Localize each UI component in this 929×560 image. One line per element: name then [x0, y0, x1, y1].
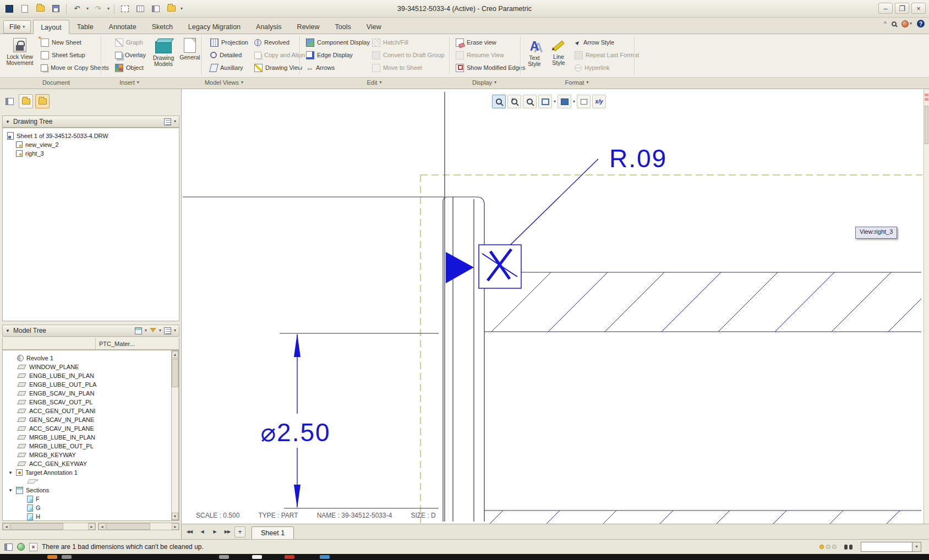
first-sheet-button[interactable]: ◀◀	[184, 526, 195, 537]
previous-sheet-button[interactable]: ◀	[196, 526, 207, 537]
tree-columns-button[interactable]	[2, 94, 17, 108]
group-label-edit[interactable]: Edit▾	[367, 79, 382, 86]
datum-display-button[interactable]: x/y	[592, 95, 606, 108]
model-tree-item[interactable]: ACC_GEN_KEYWAY	[17, 459, 87, 468]
close-button[interactable]: ×	[911, 3, 926, 14]
model-tree-item-annotation-child[interactable]	[27, 477, 36, 486]
model-tree-item-section-h[interactable]: H	[27, 512, 40, 521]
undo-button[interactable]: ↶	[71, 3, 83, 15]
model-tree-item[interactable]: Revolve 1	[17, 354, 53, 363]
auxiliary-view-button[interactable]: Auxiliary	[208, 62, 245, 74]
saved-views-button[interactable]	[577, 95, 591, 108]
model-tree-item-section-f[interactable]: F	[27, 495, 40, 503]
model-tree-column-header[interactable]: PTC_Mater...	[2, 338, 179, 350]
radius-dimension-text[interactable]: R.09	[609, 144, 667, 173]
refit-dropdown[interactable]: ▾	[554, 100, 556, 104]
scroll-up-button[interactable]: ▲	[172, 351, 178, 358]
collapse-ribbon-button[interactable]: ^	[884, 20, 887, 27]
lock-view-movement-button[interactable]: Lock View Movement	[3, 36, 36, 75]
scroll-thumb[interactable]	[172, 359, 178, 387]
erase-view-button[interactable]: Erase view	[453, 36, 499, 48]
model-tree-item-sections[interactable]: ▼Sections	[8, 486, 49, 495]
tab-analysis[interactable]: Analysis	[248, 19, 289, 34]
qat-customize-dropdown[interactable]: ▾	[181, 7, 183, 11]
sheet-setup-button[interactable]: Sheet Setup	[39, 49, 88, 61]
help-button[interactable]: ?	[917, 20, 925, 28]
model-tree-item-target-annotation[interactable]: ▼Target Annotation 1	[8, 468, 78, 477]
tab-tools[interactable]: Tools	[327, 19, 359, 34]
taskbar-app[interactable]	[47, 555, 57, 559]
model-tree-item[interactable]: ENGB_LUBE_OUT_PLA	[17, 380, 96, 389]
folder-browser-button[interactable]	[19, 94, 33, 108]
collapse-icon[interactable]: ▼	[8, 470, 13, 475]
group-label-format[interactable]: Format▾	[565, 79, 589, 86]
drawing-tree-item-sheet1[interactable]: Sheet 1 of 39-34512-5033-4.DRW	[7, 131, 108, 140]
drawing-tree-settings-chevron[interactable]: ▾	[174, 119, 176, 124]
drawing-canvas[interactable]: R.09 ⌀2.50 + −	[182, 89, 929, 524]
open-file-button[interactable]	[34, 3, 46, 15]
redo-button[interactable]: ↷	[92, 3, 104, 15]
favorites-button[interactable]	[35, 94, 50, 108]
diameter-dimension[interactable]: ⌀2.50	[260, 333, 330, 508]
taskbar-app[interactable]	[62, 555, 72, 559]
model-tree-item[interactable]: WINDOW_PLANE	[17, 363, 79, 371]
group-label-model-views[interactable]: Model Views▾	[205, 79, 243, 86]
new-file-button[interactable]	[19, 3, 31, 15]
drawing-tree-item-new-view-2[interactable]: new_view_2	[16, 140, 59, 149]
select-region-button[interactable]	[119, 3, 131, 15]
arrow-style-button[interactable]: ►Arrow Style	[572, 36, 616, 48]
scroll-right-button[interactable]: ►	[88, 523, 95, 530]
object-button[interactable]: Object	[113, 62, 146, 74]
model-tree-item[interactable]: ACC_GEN_OUT_PLANI	[17, 407, 95, 415]
projection-view-button[interactable]: Projection	[208, 36, 250, 48]
drawing-tree-settings-icon[interactable]	[164, 118, 171, 125]
model-tree-filter-chevron[interactable]: ▾	[159, 328, 161, 333]
move-copy-sheets-button[interactable]: Move or Copy Sheets	[39, 62, 111, 74]
add-sheet-button[interactable]: +	[234, 526, 245, 537]
model-tree-show-icon[interactable]	[135, 327, 142, 334]
new-object-button[interactable]	[165, 3, 177, 15]
show-modified-edges-button[interactable]: Show Modified Edges	[453, 62, 527, 74]
component-display-button[interactable]: Component Display	[304, 36, 372, 48]
tab-sketch[interactable]: Sketch	[144, 19, 181, 34]
drawing-tree-expander-icon[interactable]: ▼	[6, 119, 10, 124]
scroll-down-button[interactable]: ▼	[172, 513, 178, 520]
model-tree-expander-icon[interactable]: ▼	[6, 328, 10, 333]
model-tree-item[interactable]: MRGB_KEYWAY	[17, 451, 76, 459]
navigator-toggle-icon[interactable]	[4, 543, 13, 551]
tab-annotate[interactable]: Annotate	[101, 19, 144, 34]
text-style-button[interactable]: A Text Style	[523, 36, 546, 75]
lock-columns-button[interactable]	[150, 3, 162, 15]
bad-dimension-status-icon[interactable]: ×	[29, 543, 37, 551]
refit-button[interactable]	[538, 95, 552, 108]
scroll-thumb[interactable]	[925, 106, 928, 144]
scroll-thumb[interactable]	[106, 523, 150, 530]
model-tree-item[interactable]: ENGB_SCAV_OUT_PL	[17, 398, 92, 407]
model-tree-item[interactable]: ENGB_LUBE_IN_PLAN	[17, 371, 94, 380]
search-model-icon[interactable]	[844, 545, 853, 550]
group-label-display[interactable]: Display▾	[472, 79, 496, 86]
general-view-button[interactable]: General	[178, 36, 201, 75]
tab-view[interactable]: View	[359, 19, 389, 34]
tab-review[interactable]: Review	[289, 19, 327, 34]
canvas-vscrollbar[interactable]	[923, 89, 929, 524]
edge-display-button[interactable]: Edge Display	[304, 49, 355, 61]
filter-dropdown-button[interactable]: ▾	[912, 542, 921, 551]
model-tree-show-chevron[interactable]: ▾	[145, 328, 147, 333]
browser-toggle-icon[interactable]	[17, 543, 25, 551]
restore-button[interactable]: ❐	[895, 3, 909, 14]
sheet-tab-1[interactable]: Sheet 1	[252, 526, 294, 540]
file-menu-button[interactable]: File ▾	[3, 20, 31, 34]
overlay-button[interactable]: Overlay	[113, 49, 148, 61]
model-tree-vscrollbar[interactable]: ▲ ▼	[171, 350, 179, 520]
new-sheet-button[interactable]: New Sheet	[39, 36, 84, 48]
model-tree-item[interactable]: MRGB_LUBE_OUT_PL	[17, 442, 94, 451]
scroll-left-button[interactable]: ◄	[3, 523, 10, 530]
model-tree-item[interactable]: MRGB_LUBE_IN_PLAN	[17, 433, 95, 442]
model-tree-settings-chevron[interactable]: ▾	[174, 328, 176, 333]
revolved-view-button[interactable]: Revolved	[252, 36, 292, 48]
connect-button[interactable]: ▾	[901, 20, 912, 28]
line-style-button[interactable]: Line Style	[547, 36, 570, 75]
update-sheet-button[interactable]	[134, 3, 146, 15]
model-tree-settings-icon[interactable]	[164, 327, 171, 334]
